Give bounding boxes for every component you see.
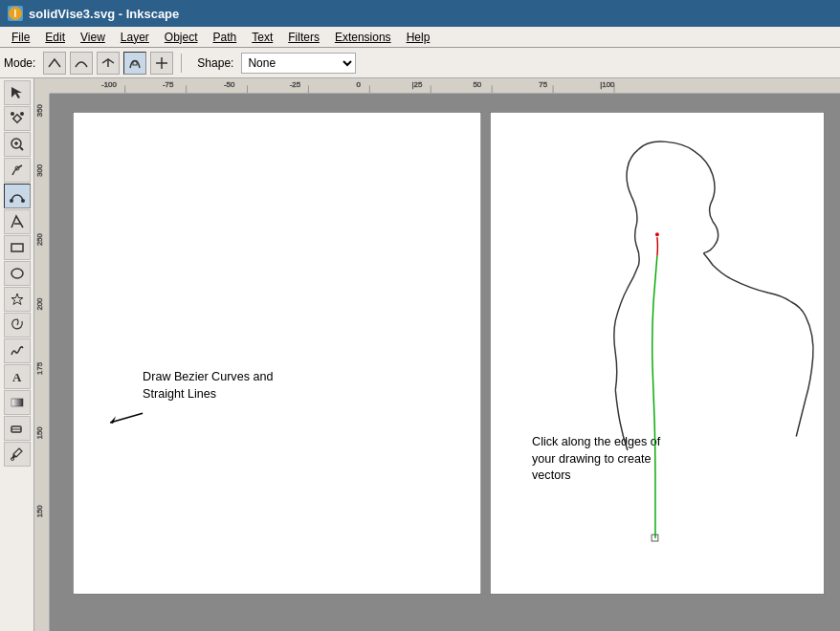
mode-btn-bezier[interactable] (123, 52, 146, 75)
svg-text:0: 0 (357, 81, 361, 90)
document-canvas[interactable]: Draw Bezier Curves and Straight Lines Cl… (50, 94, 840, 631)
svg-rect-55 (490, 112, 824, 594)
app-icon: I (8, 6, 23, 21)
svg-point-19 (11, 269, 23, 278)
svg-text:Draw Bezier Curves and: Draw Bezier Curves and (143, 370, 273, 383)
svg-text:Straight Lines: Straight Lines (143, 387, 216, 401)
window-title: solidVise3.svg - Inkscape (29, 7, 179, 21)
svg-text:300: 300 (36, 164, 45, 177)
svg-rect-45 (34, 78, 49, 631)
calligraphy-tool-btn[interactable] (4, 209, 31, 234)
svg-rect-7 (12, 115, 20, 122)
menu-file[interactable]: File (4, 29, 37, 46)
select-tool-btn[interactable] (4, 80, 31, 105)
svg-text:-100: -100 (101, 81, 117, 90)
freehand-tool-btn[interactable] (4, 338, 31, 363)
svg-text:200: 200 (36, 298, 45, 311)
svg-text:75: 75 (539, 81, 547, 90)
toolbar-separator (181, 54, 182, 73)
menu-text[interactable]: Text (244, 29, 280, 46)
canvas-area[interactable]: -100 -75 -50 -25 0 |25 50 75 |100 (34, 78, 840, 631)
svg-text:|25: |25 (412, 81, 423, 90)
svg-point-9 (20, 112, 24, 116)
svg-text:A: A (12, 370, 22, 384)
svg-point-15 (10, 199, 13, 203)
ellipse-tool-btn[interactable] (4, 261, 31, 286)
eraser-tool-btn[interactable] (4, 416, 31, 441)
svg-text:50: 50 (474, 81, 482, 90)
left-toolbar: A (0, 78, 34, 631)
svg-text:150: 150 (36, 505, 45, 517)
svg-text:150: 150 (36, 426, 45, 439)
svg-point-64 (655, 232, 659, 236)
dropper-tool-btn[interactable] (4, 442, 31, 467)
svg-text:175: 175 (36, 362, 45, 375)
rect-tool-btn[interactable] (4, 235, 31, 260)
mode-btn-smooth[interactable] (70, 52, 93, 75)
titlebar: I solidVise3.svg - Inkscape (0, 0, 840, 27)
ruler-left: 350 300 250 200 175 150 150 (34, 78, 50, 631)
ruler-top: -100 -75 -50 -25 0 |25 50 75 |100 (50, 78, 840, 94)
menu-layer[interactable]: Layer (113, 29, 157, 46)
menubar: File Edit View Layer Object Path Text Fi… (0, 27, 840, 48)
star-tool-btn[interactable] (4, 287, 31, 312)
svg-rect-18 (11, 244, 23, 251)
toolbar: Mode: Shape: None Triangle Square Pentag… (0, 48, 840, 78)
main-area: A (0, 78, 840, 631)
svg-text:|100: |100 (600, 81, 614, 90)
bezier-tool-btn[interactable] (4, 184, 31, 208)
svg-point-25 (11, 458, 13, 461)
shape-select[interactable]: None Triangle Square Pentagon Hexagon (241, 53, 356, 74)
svg-point-8 (11, 112, 14, 116)
menu-view[interactable]: View (73, 29, 113, 46)
svg-text:Click along the edges of: Click along the edges of (532, 435, 661, 448)
shape-label: Shape: (197, 56, 233, 70)
ruler-corner (34, 78, 50, 94)
node-tool-btn[interactable] (4, 106, 31, 131)
svg-text:250: 250 (36, 233, 45, 246)
svg-marker-6 (11, 87, 22, 98)
mode-btn-symmetric[interactable] (97, 52, 120, 75)
svg-rect-54 (73, 112, 480, 594)
menu-extensions[interactable]: Extensions (327, 29, 399, 46)
menu-filters[interactable]: Filters (280, 29, 327, 46)
svg-line-11 (20, 147, 23, 150)
svg-point-16 (21, 199, 25, 203)
svg-text:-75: -75 (163, 81, 173, 90)
text-tool-btn[interactable]: A (4, 364, 31, 389)
zoom-tool-btn[interactable] (4, 132, 31, 157)
menu-help[interactable]: Help (399, 29, 438, 46)
svg-marker-20 (11, 294, 23, 305)
svg-text:vectors: vectors (532, 468, 571, 482)
mode-btn-corner[interactable] (43, 52, 66, 75)
svg-text:I: I (14, 9, 17, 19)
svg-text:-50: -50 (224, 81, 234, 90)
menu-edit[interactable]: Edit (37, 29, 73, 46)
menu-object[interactable]: Object (157, 29, 206, 46)
gradient-tool-btn[interactable] (4, 390, 31, 415)
mode-btn-spiro[interactable] (150, 52, 173, 75)
svg-text:your drawing to create: your drawing to create (532, 452, 651, 466)
svg-rect-22 (11, 399, 23, 406)
pencil-tool-btn[interactable] (4, 158, 31, 183)
svg-text:350: 350 (36, 104, 45, 117)
spiral-tool-btn[interactable] (4, 313, 31, 337)
svg-text:-25: -25 (290, 81, 300, 90)
menu-path[interactable]: Path (206, 29, 245, 46)
mode-label: Mode: (4, 56, 35, 70)
